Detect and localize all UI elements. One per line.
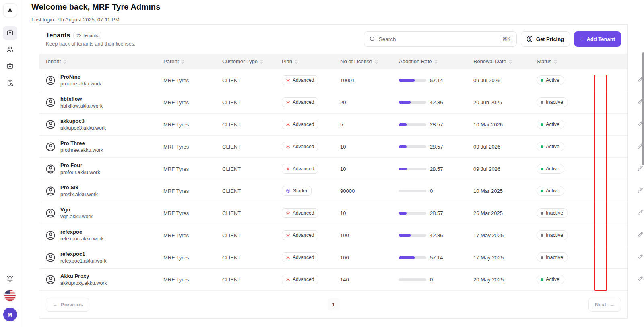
adoption-value: 28.57 <box>430 122 443 128</box>
column-header-customer_type[interactable]: Customer Type <box>222 58 282 64</box>
pencil-icon <box>636 275 644 284</box>
tenant-avatar-icon <box>45 186 56 197</box>
table-row[interactable]: hbfxflowhbfxflow.akku.workMRF TyresCLIEN… <box>39 91 627 114</box>
adoption-value: 42.86 <box>430 232 443 238</box>
asterisk-icon <box>286 211 290 215</box>
sort-icon[interactable] <box>260 59 263 64</box>
edit-tenant-button[interactable] <box>635 186 644 196</box>
sort-icon[interactable] <box>63 59 66 64</box>
parent-cell: MRF Tyres <box>163 122 222 128</box>
customer-type-cell: CLIENT <box>222 99 282 106</box>
customer-type-cell: CLIENT <box>222 210 282 216</box>
section-title: Tenants <box>46 32 70 39</box>
table-row[interactable]: Vgnvgn.akku.workMRF TyresCLIENTAdvanced1… <box>39 202 627 224</box>
table-row[interactable]: Pro Fourprofour.akku.workMRF TyresCLIENT… <box>39 158 627 180</box>
edit-tenant-button[interactable] <box>635 208 644 218</box>
adoption-value: 28.57 <box>430 166 443 172</box>
tenant-avatar-icon <box>45 274 56 285</box>
plan-badge: Advanced <box>282 120 318 129</box>
sort-icon[interactable] <box>181 59 184 64</box>
document-search-icon <box>6 79 14 89</box>
search-box[interactable]: ⌘K <box>364 31 517 47</box>
sidebar-item-users[interactable] <box>3 43 17 57</box>
adoption-rate-cell: 28.57 <box>399 166 473 172</box>
status-badge: Active <box>537 142 564 151</box>
vertical-scrollbar[interactable] <box>642 52 644 165</box>
plan-badge: Advanced <box>282 275 318 284</box>
customer-type-cell: CLIENT <box>222 166 282 172</box>
column-header-parent[interactable]: Parent <box>163 58 222 64</box>
plan-badge: Starter <box>282 186 312 196</box>
table-row[interactable]: Akku Proxyakkuproxy.akku.workMRF TyresCL… <box>39 269 627 291</box>
current-page-indicator[interactable]: 1 <box>328 298 340 310</box>
table-row[interactable]: Pro Threeprothree.akku.workMRF TyresCLIE… <box>39 136 627 158</box>
sort-icon[interactable] <box>434 59 438 64</box>
edit-tenant-button[interactable] <box>635 164 644 174</box>
column-header-plan[interactable]: Plan <box>282 58 340 64</box>
status-badge: Active <box>537 164 564 174</box>
sort-icon[interactable] <box>375 59 378 64</box>
status-badge: Active <box>537 120 564 129</box>
get-pricing-button[interactable]: $ Get Pricing <box>521 31 570 47</box>
sort-icon[interactable] <box>509 59 512 64</box>
renewal-date-cell: 17 May 2025 <box>473 232 537 238</box>
home-icon <box>6 28 14 38</box>
pagination: ← Previous 1 Next → <box>39 291 627 318</box>
table-row[interactable]: refexpoc1refexpoc1.akku.workMRF TyresCLI… <box>39 246 627 269</box>
user-avatar[interactable]: M <box>3 308 17 321</box>
previous-page-button[interactable]: ← Previous <box>46 298 89 312</box>
search-input[interactable] <box>379 36 497 42</box>
asterisk-icon <box>286 100 290 105</box>
tenant-avatar-icon <box>45 252 56 263</box>
asterisk-icon <box>286 145 290 149</box>
column-header-renewal[interactable]: Renewal Date <box>473 58 537 64</box>
status-badge: Inactive <box>537 208 568 218</box>
tenant-name: Vgn <box>60 207 93 213</box>
license-count-cell: 100 <box>340 232 399 238</box>
sort-icon[interactable] <box>295 59 298 64</box>
tenant-avatar-icon <box>45 97 56 108</box>
column-header-tenant[interactable]: Tenant <box>39 58 163 64</box>
status-badge: Inactive <box>537 252 568 262</box>
adoption-progress-bar <box>399 256 426 259</box>
tenant-name: Akku Proxy <box>60 273 107 279</box>
plan-badge: Advanced <box>282 164 318 174</box>
sort-icon[interactable] <box>554 59 557 64</box>
tenant-domain: hbfxflow.akku.work <box>60 103 103 109</box>
edit-tenant-button[interactable] <box>635 252 644 262</box>
sidebar: M <box>0 0 20 327</box>
column-header-licenses[interactable]: No of License <box>340 58 399 64</box>
notifications-button[interactable] <box>3 272 17 286</box>
next-page-button[interactable]: Next → <box>588 298 621 312</box>
parent-cell: MRF Tyres <box>163 277 222 283</box>
license-count-cell: 10001 <box>340 77 399 83</box>
customer-type-cell: CLIENT <box>222 277 282 283</box>
plan-badge: Advanced <box>282 97 318 107</box>
column-header-adoption[interactable]: Adoption Rate <box>399 58 473 64</box>
customer-type-cell: CLIENT <box>222 77 282 83</box>
table-row[interactable]: Pro Sixprosix.akku.workMRF TyresCLIENTSt… <box>39 180 627 202</box>
sidebar-item-briefcase[interactable] <box>3 60 17 74</box>
column-header-status[interactable]: Status <box>537 58 585 64</box>
adoption-value: 57.14 <box>430 77 443 83</box>
adoption-rate-cell: 28.57 <box>399 122 473 128</box>
table-row[interactable]: refexpocrefexpoc.akku.workMRF TyresCLIEN… <box>39 224 627 246</box>
tenant-count-badge: 22 Tenants <box>73 32 101 39</box>
edit-tenant-button[interactable] <box>635 275 644 284</box>
add-tenant-button[interactable]: + Add Tenant <box>574 31 621 47</box>
edit-tenant-button[interactable] <box>635 230 644 240</box>
sidebar-item-home[interactable] <box>3 26 17 40</box>
pencil-icon <box>636 165 644 173</box>
app-logo[interactable] <box>3 3 17 17</box>
language-selector[interactable] <box>4 290 16 301</box>
status-dot-icon <box>541 212 543 215</box>
search-icon <box>369 36 376 42</box>
adoption-rate-cell: 42.86 <box>399 232 473 238</box>
status-badge: Active <box>537 186 564 196</box>
sidebar-item-document-search[interactable] <box>3 77 17 91</box>
asterisk-icon <box>286 233 290 238</box>
table-row[interactable]: akkupoc3akkupoc3.akku.workMRF TyresCLIEN… <box>39 114 627 136</box>
customer-type-cell: CLIENT <box>222 232 282 238</box>
customer-type-cell: CLIENT <box>222 122 282 128</box>
table-row[interactable]: ProNinepronine.akku.workMRF TyresCLIENTA… <box>39 69 627 91</box>
